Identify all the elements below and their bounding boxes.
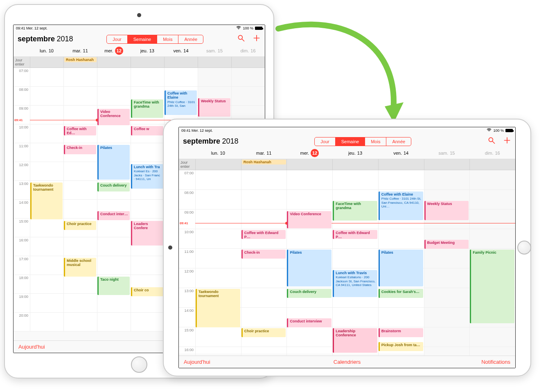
allday-cell[interactable]	[195, 159, 241, 170]
grid-cell[interactable]	[469, 229, 515, 248]
calendar-event[interactable]: Choir co	[131, 287, 163, 296]
view-tab-jour[interactable]: Jour	[107, 35, 127, 43]
week-grid[interactable]: 07:0008:0009:0010:0011:0012:0013:0014:00…	[179, 170, 515, 354]
day-column-header[interactable]: dim. 16	[231, 47, 265, 55]
grid-cell[interactable]	[30, 162, 63, 180]
allday-cell[interactable]	[97, 57, 131, 68]
grid-cell[interactable]	[97, 256, 131, 275]
grid-cell[interactable]	[231, 87, 265, 105]
grid-cell[interactable]	[97, 313, 131, 331]
calendar-event[interactable]: Pilates	[379, 250, 423, 286]
home-button[interactable]	[517, 241, 531, 255]
grid-cell[interactable]	[378, 229, 424, 248]
calendars-button[interactable]: Calendriers	[334, 359, 361, 365]
view-tab-semaine[interactable]: Semaine	[335, 137, 365, 146]
grid-cell[interactable]	[378, 170, 424, 189]
grid-cell[interactable]	[131, 256, 164, 275]
grid-cell[interactable]	[30, 143, 63, 162]
calendar-event[interactable]: Coffee w	[131, 126, 163, 135]
notifications-button[interactable]: Notifications	[481, 359, 510, 365]
grid-cell[interactable]	[63, 106, 97, 124]
grid-cell[interactable]	[469, 190, 515, 209]
grid-cell[interactable]	[469, 170, 515, 189]
grid-cell[interactable]	[241, 288, 287, 307]
grid-cell[interactable]	[97, 68, 131, 86]
calendar-event[interactable]: Taekwondo tournament	[196, 289, 240, 327]
allday-cell[interactable]	[332, 159, 378, 170]
day-column-header[interactable]: jeu. 13	[131, 47, 164, 55]
add-icon[interactable]	[503, 136, 511, 146]
allday-cell[interactable]	[198, 57, 231, 68]
grid-cell[interactable]	[30, 219, 63, 237]
grid-cell[interactable]	[424, 308, 470, 327]
grid-cell[interactable]	[30, 106, 63, 124]
allday-cell[interactable]	[231, 57, 265, 68]
grid-cell[interactable]	[63, 313, 97, 331]
calendar-event[interactable]: Choir practice	[241, 328, 286, 337]
search-icon[interactable]	[487, 136, 496, 146]
day-column-header[interactable]: mer. 12	[97, 47, 131, 55]
calendar-event[interactable]: Weekly Status	[424, 201, 469, 220]
allday-cell[interactable]: Rosh Hashanah	[63, 57, 97, 68]
calendar-event[interactable]: Pickup Josh from ta…	[379, 342, 423, 351]
grid-cell[interactable]	[30, 275, 63, 293]
calendar-event[interactable]: FaceTime with grandma	[333, 201, 377, 221]
grid-cell[interactable]	[424, 327, 470, 347]
calendar-event[interactable]: Lunch with TraKokkari Es · 200 Jacks · S…	[131, 164, 163, 189]
calendar-event[interactable]: Video Conference	[287, 211, 332, 228]
day-column-header[interactable]: jeu. 13	[332, 149, 378, 157]
day-column-header[interactable]: mar. 11	[241, 149, 287, 157]
grid-cell[interactable]	[131, 68, 164, 86]
calendar-event[interactable]: Coffee with ElainePhilz Coffee · 3101 24…	[165, 90, 197, 115]
grid-cell[interactable]	[131, 294, 164, 312]
grid-cell[interactable]	[286, 229, 332, 248]
grid-cell[interactable]	[30, 87, 63, 105]
grid-cell[interactable]	[241, 308, 287, 327]
calendar-event[interactable]: Weekly Status	[198, 98, 230, 117]
calendar-event[interactable]: Family Picnic	[470, 250, 514, 323]
grid-cell[interactable]	[195, 268, 241, 288]
grid-cell[interactable]	[195, 190, 241, 209]
grid-cell[interactable]	[469, 327, 515, 347]
allday-cell[interactable]	[164, 57, 198, 68]
grid-cell[interactable]	[332, 170, 378, 189]
calendar-event[interactable]: Conduct interview	[287, 318, 332, 327]
calendar-event[interactable]: Coffee with Edward P…	[241, 230, 286, 239]
day-column-header[interactable]: dim. 16	[469, 149, 515, 157]
allday-cell[interactable]	[378, 159, 424, 170]
calendar-event[interactable]: Conduct inter…	[97, 211, 130, 220]
grid-cell[interactable]	[30, 68, 63, 86]
day-column-header[interactable]: mar. 11	[63, 47, 97, 55]
grid-cell[interactable]	[97, 237, 131, 256]
grid-cell[interactable]	[97, 124, 131, 143]
day-column-header[interactable]: lun. 10	[195, 149, 241, 157]
home-button[interactable]	[131, 356, 147, 373]
calendar-event[interactable]: FaceTime with grandma	[131, 99, 163, 118]
grid-cell[interactable]	[241, 170, 287, 189]
grid-cell[interactable]	[195, 170, 241, 189]
grid-cell[interactable]	[30, 294, 63, 312]
grid-cell[interactable]	[97, 87, 131, 105]
grid-cell[interactable]	[63, 275, 97, 293]
grid-cell[interactable]	[131, 200, 164, 218]
grid-cell[interactable]	[241, 210, 287, 229]
day-column-header[interactable]: mer. 12	[286, 149, 332, 157]
search-icon[interactable]	[237, 34, 245, 44]
grid-cell[interactable]	[424, 249, 470, 268]
grid-cell[interactable]	[424, 268, 470, 288]
allday-cell[interactable]: Rosh Hashanah	[241, 159, 287, 170]
view-segmented-control[interactable]: JourSemaineMoisAnnée	[314, 137, 411, 146]
calendar-event[interactable]: Taco night	[97, 277, 130, 295]
calendar-event[interactable]: Lunch with TravisKokkari Estiatorio · 20…	[333, 270, 377, 297]
grid-cell[interactable]	[30, 256, 63, 275]
grid-cell[interactable]	[30, 124, 63, 143]
allday-event[interactable]: Rosh Hashanah	[242, 160, 286, 164]
grid-cell[interactable]	[198, 68, 231, 86]
grid-cell[interactable]	[195, 249, 241, 268]
view-tab-année[interactable]: Année	[178, 35, 203, 43]
allday-cell[interactable]	[424, 159, 470, 170]
calendar-event[interactable]: Leadership Conference	[333, 328, 377, 353]
calendar-event[interactable]: Leaders Confere	[131, 221, 163, 246]
calendar-event[interactable]: Coffee with Ed…	[64, 126, 96, 135]
calendar-event[interactable]: Check-in	[64, 145, 96, 154]
